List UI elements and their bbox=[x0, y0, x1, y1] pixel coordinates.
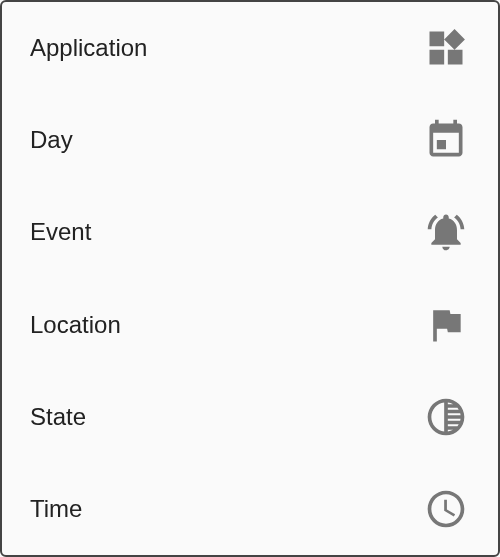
clock-icon bbox=[422, 485, 470, 533]
menu-item-event[interactable]: Event bbox=[2, 186, 498, 278]
tonality-icon bbox=[422, 393, 470, 441]
menu-item-label: Time bbox=[30, 495, 82, 523]
menu-item-location[interactable]: Location bbox=[2, 279, 498, 371]
flag-icon bbox=[422, 301, 470, 349]
menu-item-time[interactable]: Time bbox=[2, 463, 498, 555]
menu-item-label: State bbox=[30, 403, 86, 431]
alert-bell-icon bbox=[422, 208, 470, 256]
calendar-icon bbox=[422, 116, 470, 164]
widgets-icon bbox=[422, 24, 470, 72]
menu-item-label: Location bbox=[30, 311, 121, 339]
context-menu: Application Day Event Location State Tim… bbox=[2, 2, 498, 555]
menu-item-label: Day bbox=[30, 126, 73, 154]
menu-item-state[interactable]: State bbox=[2, 371, 498, 463]
menu-item-day[interactable]: Day bbox=[2, 94, 498, 186]
menu-item-application[interactable]: Application bbox=[2, 2, 498, 94]
menu-item-label: Application bbox=[30, 34, 147, 62]
menu-item-label: Event bbox=[30, 218, 91, 246]
